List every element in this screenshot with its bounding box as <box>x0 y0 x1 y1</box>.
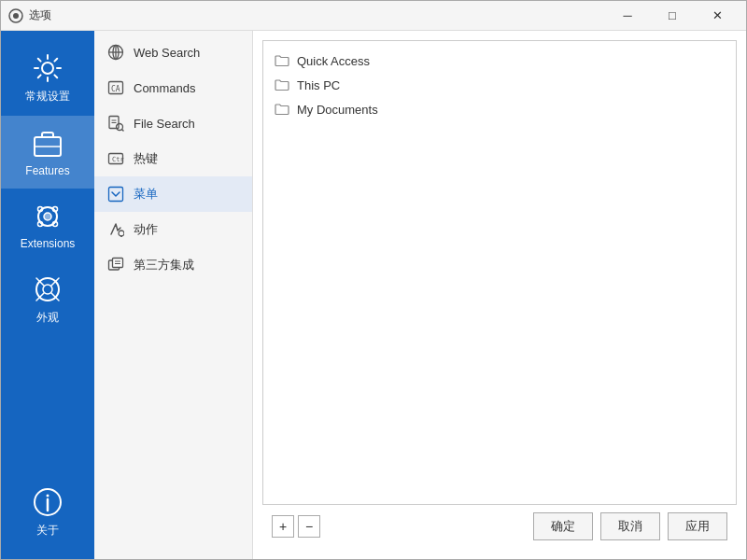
svg-point-10 <box>53 222 58 227</box>
list-item-this-pc[interactable]: This PC <box>271 73 728 97</box>
briefcase-icon <box>31 127 64 161</box>
extensions-icon <box>31 200 64 233</box>
sidebar-left: 常规设置 Features <box>1 31 94 559</box>
cancel-button[interactable]: 取消 <box>600 512 660 540</box>
folder-icon-my-documents <box>275 102 289 117</box>
list-item-my-documents[interactable]: My Documents <box>271 97 728 121</box>
bottom-bar: + − 确定 取消 应用 <box>262 505 737 550</box>
main-content: 常规设置 Features <box>1 31 746 559</box>
bottom-right-controls: 确定 取消 应用 <box>533 512 727 540</box>
sidebar-item-extensions[interactable]: Extensions <box>1 189 94 261</box>
maximize-button[interactable]: □ <box>651 1 694 31</box>
bottom-left-controls: + − <box>272 515 320 538</box>
globe-icon <box>107 44 124 61</box>
svg-line-24 <box>122 130 124 132</box>
sidebar-item-about[interactable]: 关于 <box>1 474 94 550</box>
nav-file-search-label: File Search <box>134 117 195 131</box>
folder-icon-this-pc <box>275 77 289 92</box>
svg-point-7 <box>38 207 43 212</box>
title-bar: 选项 ─ □ ✕ <box>1 1 746 31</box>
sidebar-features-label: Features <box>25 164 69 177</box>
nav-web-search-label: Web Search <box>134 46 200 60</box>
list-item-this-pc-label: This PC <box>297 78 340 92</box>
close-button[interactable]: ✕ <box>696 1 739 31</box>
svg-point-8 <box>53 207 58 212</box>
third-party-icon <box>107 257 124 273</box>
svg-point-1 <box>13 13 19 19</box>
nav-item-actions[interactable]: 动作 <box>94 212 252 247</box>
svg-rect-29 <box>109 188 123 202</box>
window-icon <box>8 8 23 23</box>
svg-rect-33 <box>113 259 123 268</box>
content-list: Quick Access This PC My Documents <box>262 40 737 505</box>
actions-icon <box>107 221 124 238</box>
sidebar-appearance-label: 外观 <box>36 310 59 326</box>
svg-point-2 <box>42 63 53 74</box>
svg-point-15 <box>47 495 49 497</box>
list-item-quick-access-label: Quick Access <box>297 54 370 68</box>
svg-point-9 <box>38 222 43 227</box>
nav-item-hotkeys[interactable]: Ctrl 热键 <box>94 141 252 176</box>
nav-item-file-search[interactable]: File Search <box>94 105 252 141</box>
sidebar-item-general[interactable]: 常规设置 <box>1 40 94 116</box>
nav-third-party-label: 第三方集成 <box>134 257 194 273</box>
content-panel: Quick Access This PC My Documents <box>253 31 746 559</box>
apply-button[interactable]: 应用 <box>668 512 727 540</box>
nav-item-third-party[interactable]: 第三方集成 <box>94 247 252 283</box>
add-item-button[interactable]: + <box>272 515 294 538</box>
window-title: 选项 <box>29 7 606 23</box>
svg-text:CA: CA <box>111 85 120 93</box>
sidebar-extensions-label: Extensions <box>21 237 76 250</box>
nav-hotkeys-label: 热键 <box>134 150 158 167</box>
gear-icon <box>31 51 64 85</box>
list-item-quick-access[interactable]: Quick Access <box>271 49 728 73</box>
hotkeys-icon: Ctrl <box>107 150 124 167</box>
appearance-icon <box>31 273 64 306</box>
nav-commands-label: Commands <box>134 81 195 95</box>
nav-menus-label: 菜单 <box>134 186 158 203</box>
menus-icon <box>107 186 124 203</box>
sidebar-item-features[interactable]: Features <box>1 116 94 189</box>
ok-button[interactable]: 确定 <box>533 512 593 540</box>
sidebar-item-appearance[interactable]: 外观 <box>1 261 94 337</box>
svg-point-30 <box>119 231 124 236</box>
nav-panel: Web Search CA Commands File <box>94 31 253 559</box>
list-item-my-documents-label: My Documents <box>297 103 378 117</box>
remove-item-button[interactable]: − <box>298 515 320 538</box>
nav-item-web-search[interactable]: Web Search <box>94 35 252 70</box>
nav-item-commands[interactable]: CA Commands <box>94 70 252 105</box>
file-search-icon <box>107 115 124 132</box>
main-window: 选项 ─ □ ✕ 常规设置 <box>0 0 747 560</box>
minimize-button[interactable]: ─ <box>606 1 649 31</box>
svg-text:Ctrl: Ctrl <box>112 156 124 163</box>
nav-item-menus[interactable]: 菜单 <box>94 176 252 212</box>
folder-icon-quick-access <box>275 53 289 68</box>
window-controls: ─ □ ✕ <box>606 1 739 31</box>
svg-point-6 <box>44 213 51 220</box>
sidebar-general-label: 常规设置 <box>25 89 70 105</box>
sidebar-about-label: 关于 <box>36 523 59 539</box>
sidebar-bottom: 关于 <box>1 474 94 550</box>
commands-icon: CA <box>107 79 124 96</box>
nav-actions-label: 动作 <box>134 221 158 238</box>
info-icon <box>31 485 64 519</box>
